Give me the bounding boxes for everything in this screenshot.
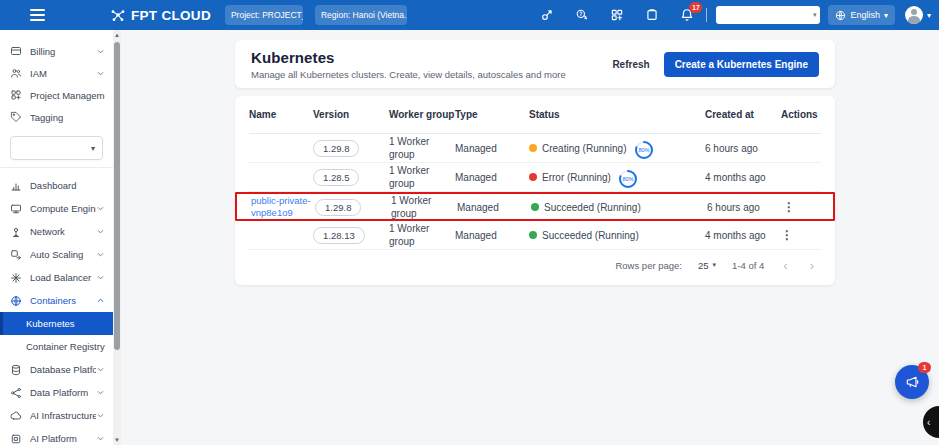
project-selector[interactable]: Project: PROJECT_XPL...▾ <box>225 5 303 25</box>
database-platform-icon <box>10 364 22 376</box>
sidebar-item-iam[interactable]: IAM <box>0 62 113 84</box>
menu-hamburger-icon[interactable] <box>30 5 54 25</box>
globe-icon <box>835 10 846 21</box>
worker-group-cell: 1 Worker group <box>389 135 455 161</box>
avatar <box>905 6 923 24</box>
table-pagination: Rows per page: 25 ▾ 1-4 of 4 ‹ › <box>249 250 821 280</box>
sidebar-item-ai-infrastructure[interactable]: AI Infrastructure <box>0 404 113 427</box>
table-row: public-private-vnp8e1o91.29.81 Worker gr… <box>235 192 835 221</box>
sidebar-item-container-registry[interactable]: Container Registry <box>0 335 113 358</box>
col-name: Name <box>249 109 313 120</box>
status-label: Succeeded (Running) <box>542 230 639 241</box>
sidebar-filter-select[interactable]: ▾ <box>10 136 103 160</box>
announcement-count-badge: 1 <box>918 362 931 373</box>
version-chip: 1.28.5 <box>313 169 359 186</box>
table-row: 1.28.51 Worker groupManaged Error (Runni… <box>249 163 821 192</box>
type-cell: Managed <box>455 143 529 154</box>
sidebar-item-label: Load Balancer <box>30 272 96 283</box>
version-chip: 1.29.8 <box>315 199 361 216</box>
services-grid-icon[interactable] <box>609 7 625 23</box>
status-cell: Succeeded (Running) <box>531 202 707 213</box>
rows-per-page-select[interactable]: 25 ▾ <box>698 260 716 271</box>
region-selector[interactable]: Region: Hanoi (Vietna...▾ <box>315 5 407 25</box>
scroll-up-arrow-icon[interactable]: ▲ <box>113 31 121 39</box>
sidebar-item-network[interactable]: Network <box>0 220 113 243</box>
topbar-divider <box>706 8 707 22</box>
help-chat-button[interactable]: ‹ <box>923 406 939 438</box>
sidebar-item-dashboard[interactable]: Dashboard <box>0 174 113 197</box>
sidebar-item-tagging[interactable]: Tagging <box>0 106 113 128</box>
chevron-down-icon <box>96 47 105 56</box>
chevron-up-icon <box>96 296 105 305</box>
chevron-down-icon <box>96 250 105 259</box>
table-row: 1.28.131 Worker groupManaged Succeeded (… <box>249 221 821 250</box>
previous-page-button[interactable]: ‹ <box>780 258 790 273</box>
page-title: Kubernetes <box>251 49 612 66</box>
page-header-card: Kubernetes Manage all Kubernetes cluster… <box>235 40 835 88</box>
language-selector[interactable]: English ▾ <box>828 5 895 25</box>
page-subtitle: Manage all Kubernetes clusters. Create, … <box>251 69 612 80</box>
progress-ring: 80% <box>634 140 654 162</box>
next-page-button[interactable]: › <box>807 258 817 273</box>
progress-ring: 80% <box>618 169 638 191</box>
created-at-cell: 4 months ago <box>705 172 781 183</box>
status-label: Creating (Running) <box>542 143 627 154</box>
scroll-down-arrow-icon[interactable]: ▼ <box>113 436 121 444</box>
status-label: Succeeded (Running) <box>544 202 641 213</box>
containers-icon <box>10 295 22 307</box>
network-icon <box>10 226 22 238</box>
chevron-down-icon <box>96 69 105 78</box>
console-clipboard-icon[interactable] <box>644 7 660 23</box>
chevron-down-icon: ▾ <box>927 11 931 20</box>
rows-per-page-label: Rows per page: <box>615 260 682 271</box>
sidebar-item-label: Compute Engine <box>30 203 96 214</box>
chevron-down-icon: ▾ <box>91 144 95 153</box>
col-actions: Actions <box>781 109 821 120</box>
sidebar-divider <box>0 167 113 168</box>
chevron-left-icon: ‹ <box>927 417 930 428</box>
sidebar-item-compute-engine[interactable]: Compute Engine <box>0 197 113 220</box>
sidebar-item-data-platform[interactable]: Data Platform <box>0 381 113 404</box>
sidebar-item-label: Project Management <box>30 90 105 101</box>
status-dot <box>529 231 537 239</box>
row-actions-menu-icon[interactable]: ⋮ <box>783 200 795 214</box>
sidebar-item-label: Container Registry <box>26 341 105 352</box>
sidebar-item-containers[interactable]: Containers <box>0 289 113 312</box>
sidebar-item-label: Network <box>30 226 96 237</box>
sidebar-item-auto-scaling[interactable]: Auto Scaling <box>0 243 113 266</box>
table-header-row: Name Version Worker group Type Status Cr… <box>249 96 821 134</box>
sidebar-item-ai-platform[interactable]: AI Platform <box>0 427 113 445</box>
row-actions-menu-icon[interactable]: ⋮ <box>781 228 793 242</box>
chevron-down-icon: ▾ <box>713 261 717 269</box>
table-row: 1.29.81 Worker groupManaged Creating (Ru… <box>249 134 821 163</box>
cluster-name-link[interactable]: public-private-vnp8e1o9 <box>251 195 315 219</box>
sidebar-item-billing[interactable]: Billing <box>0 40 113 62</box>
data-platform-icon <box>10 387 22 399</box>
sidebar-item-project-management[interactable]: Project Management <box>0 84 113 106</box>
sidebar-item-kubernetes[interactable]: Kubernetes <box>0 312 113 335</box>
sidebar-item-label: Kubernetes <box>26 318 105 329</box>
sidebar-scrollbar[interactable]: ▲ ▼ <box>113 30 121 445</box>
ai-platform-icon <box>10 433 22 445</box>
ai-infrastructure-icon <box>10 410 22 422</box>
sidebar-item-label: Tagging <box>30 112 105 123</box>
type-cell: Managed <box>455 172 529 183</box>
scrollbar-thumb[interactable] <box>114 42 120 350</box>
support-chat-icon[interactable] <box>574 7 590 23</box>
announcements-fab-button[interactable]: 1 <box>895 365 929 399</box>
compute-engine-icon <box>10 203 22 215</box>
chevron-down-icon <box>96 227 105 236</box>
notifications-bell-icon[interactable]: 17 <box>679 7 695 23</box>
status-cell: Creating (Running) 80% <box>529 134 705 162</box>
fpt-cloud-logo-icon <box>110 7 126 23</box>
sidebar-item-load-balancer[interactable]: Load Balancer <box>0 266 113 289</box>
global-search-input[interactable] <box>716 6 820 24</box>
brand-name: FPT CLOUD <box>131 8 211 23</box>
sidebar-item-database-platform[interactable]: Database Platform <box>0 358 113 381</box>
sidebar-item-label: Data Platform <box>30 387 96 398</box>
access-key-icon[interactable] <box>539 7 555 23</box>
account-menu[interactable]: ▾ <box>905 6 931 24</box>
chevron-down-icon <box>96 365 105 374</box>
create-kubernetes-engine-button[interactable]: Create a Kubernetes Engine <box>664 52 819 77</box>
refresh-button[interactable]: Refresh <box>612 59 649 70</box>
